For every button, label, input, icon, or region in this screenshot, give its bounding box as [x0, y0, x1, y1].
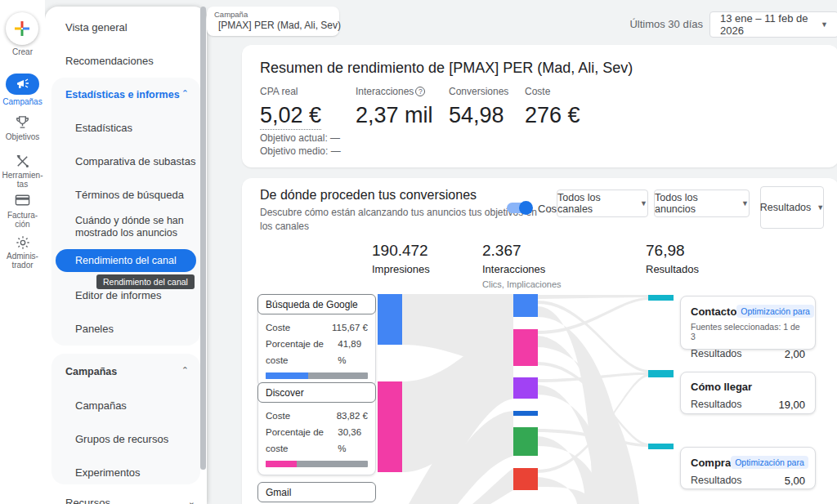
- nav-item-recommendations[interactable]: Recomendaciones: [65, 55, 154, 67]
- rail-label-create: Crear: [0, 47, 45, 56]
- rail-label-billing: Factura- ción: [0, 211, 45, 229]
- rail-item-admin[interactable]: [0, 235, 45, 250]
- nav-group-insights-header[interactable]: Estadísticas e informes: [65, 89, 180, 100]
- metric-cost-value: 276 €: [525, 103, 580, 128]
- cost-share-fill: [266, 461, 297, 467]
- source-card-google-search: Búsqueda de Google Coste115,67 € Porcent…: [257, 294, 376, 387]
- result-value: 5,00: [785, 475, 805, 487]
- source-chip-gmail[interactable]: Gmail: [257, 482, 376, 502]
- metric-cpa: CPA real 5,02 € Objetivo actual: — Objet…: [260, 86, 341, 158]
- performance-summary-card: Resumen de rendimiento de [PMAX] PER (Ma…: [242, 45, 837, 167]
- rail-label-admin: Adminis- trador: [0, 252, 45, 270]
- rail-label-tools: Herramien- tas: [0, 171, 45, 189]
- nav-drawer: Vista general Recomendaciones Estadístic…: [45, 7, 207, 504]
- cost-toggle[interactable]: [507, 203, 531, 213]
- chevron-up-icon[interactable]: ⌃: [181, 365, 189, 376]
- rail-label-goals: Objetivos: [0, 132, 45, 141]
- source-card-discover: Discover Coste83,82 € Porcentaje de cost…: [257, 382, 376, 475]
- dropdown-arrow-icon: ▼: [741, 199, 749, 207]
- result-value: 2,00: [785, 348, 805, 360]
- rail-item-campaigns[interactable]: [6, 74, 39, 95]
- stat-impressions: 190.472 Impresiones: [372, 242, 430, 275]
- nav-item-statistics[interactable]: Estadísticas: [75, 122, 132, 134]
- filter-all-channels[interactable]: Todos los canales▼: [557, 190, 648, 217]
- campaign-selector-chip[interactable]: Campaña [PMAX] PER (Mad, Ali, Sev): [207, 7, 339, 36]
- date-preset-label: Últimos 30 días: [621, 18, 703, 30]
- source-chip-google-search[interactable]: Búsqueda de Google: [257, 294, 376, 314]
- result-value: 19,00: [778, 399, 805, 411]
- channels-title: De dónde proceden tus conversiones: [260, 188, 477, 203]
- sankey-node-discover[interactable]: [378, 381, 402, 472]
- rail-label-campaigns: Campañas: [0, 97, 45, 106]
- metric-interactions: Interacciones ? 2,37 mil: [356, 86, 433, 128]
- app-rail: Crear Campañas Objetivos Herramien- tas: [0, 0, 45, 504]
- nav-item-report-editor[interactable]: Editor de informes: [75, 289, 162, 301]
- sankey-diagram: [376, 290, 680, 504]
- nav-item-auction-insights[interactable]: Comparativa de subastas: [75, 155, 195, 167]
- nav-item-search-terms[interactable]: Términos de búsqueda: [75, 189, 184, 201]
- stat-interactions: 2.367 Interacciones Clics, Implicaciones: [482, 242, 562, 289]
- nav-item-resources[interactable]: Recursos: [65, 497, 110, 504]
- sankey-node-mid-blue[interactable]: [513, 294, 538, 317]
- source-chip-discover[interactable]: Discover: [257, 382, 376, 403]
- nav-group-campaigns-header[interactable]: Campañas: [65, 366, 117, 377]
- trophy-icon: [15, 114, 30, 130]
- metric-interactions-value: 2,37 mil: [356, 103, 433, 128]
- sankey-node-mid-purple[interactable]: [513, 377, 538, 399]
- dropdown-arrow-icon: ▼: [640, 199, 647, 207]
- toggle-knob: [519, 201, 533, 215]
- summary-title: Resumen de rendimiento de [PMAX] PER (Ma…: [260, 60, 633, 77]
- result-card-purchase[interactable]: Compra Optimización para Resultados5,00: [680, 447, 816, 489]
- nav-item-experiments[interactable]: Experimentos: [75, 466, 140, 479]
- optimization-badge: Optimización para: [736, 305, 814, 318]
- metric-cost: Coste 276 €: [525, 86, 580, 128]
- rail-item-goals[interactable]: [0, 114, 45, 130]
- nav-item-campaigns[interactable]: Campañas: [75, 399, 127, 412]
- metric-conversions-value: 54,98: [449, 103, 508, 128]
- cost-share-bar: [266, 372, 368, 379]
- date-range-picker[interactable]: 13 ene – 11 feb de 2026 ▼: [709, 11, 837, 38]
- cost-share-bar: [266, 461, 368, 467]
- sankey-node-mid-darkblue[interactable]: [513, 411, 538, 416]
- nav-group-campaigns: Campañas ⌃ Campañas Grupos de recursos E…: [51, 354, 200, 484]
- cost-share-fill: [266, 372, 308, 379]
- selected-sources-note: Fuentes seleccionadas: 1 de 3: [691, 322, 805, 341]
- nav-item-channel-performance[interactable]: Rendimiento del canal: [56, 249, 196, 272]
- sankey-node-mid-green[interactable]: [513, 427, 538, 456]
- dropdown-arrow-icon: ▼: [821, 20, 828, 29]
- dropdown-arrow-icon: ▼: [817, 203, 824, 212]
- plus-icon: [14, 20, 30, 37]
- filter-results[interactable]: Resultados▼: [760, 186, 824, 229]
- sankey-node-directions[interactable]: [648, 370, 674, 377]
- metric-cpa-target-current: Objetivo actual: —: [260, 132, 341, 145]
- sankey-node-mid-red[interactable]: [513, 468, 538, 490]
- source-pct-value: 41,89 %: [338, 336, 368, 368]
- rail-item-tools[interactable]: [0, 154, 45, 169]
- drawer-scrollbar[interactable]: [200, 7, 206, 470]
- result-card-directions[interactable]: Cómo llegar Resultados19,00: [680, 372, 816, 414]
- campaign-chip-label: Campaña: [214, 10, 332, 19]
- nav-item-dashboards[interactable]: Paneles: [75, 323, 114, 335]
- create-button[interactable]: [6, 12, 38, 45]
- result-card-contact[interactable]: Contacto Optimización para Fuentes selec…: [680, 296, 816, 350]
- filter-all-ads[interactable]: Todos los anuncios▼: [654, 190, 750, 217]
- nav-item-when-where-ads[interactable]: Cuándo y dónde se han mostrado los anunc…: [75, 215, 190, 239]
- stat-results: 76,98 Resultados: [646, 242, 699, 275]
- sankey-node-contact[interactable]: [648, 295, 674, 301]
- megaphone-icon: [16, 78, 29, 90]
- nav-item-overview[interactable]: Vista general: [65, 21, 128, 33]
- sankey-node-google-search[interactable]: [378, 294, 402, 345]
- metric-cpa-value: 5,02 €: [260, 103, 321, 130]
- help-icon[interactable]: ?: [415, 87, 425, 96]
- nav-item-asset-groups[interactable]: Grupos de recursos: [75, 433, 168, 445]
- chevron-down-icon[interactable]: ⌄: [188, 497, 195, 504]
- rail-item-billing[interactable]: [0, 194, 45, 207]
- gear-icon: [16, 235, 30, 250]
- nav-group-insights: Estadísticas e informes ⌃ Estadísticas C…: [51, 78, 200, 346]
- sankey-node-mid-pink[interactable]: [513, 329, 538, 366]
- sankey-node-purchase[interactable]: [648, 444, 674, 449]
- date-range-value: 13 ene – 11 feb de 2026: [720, 12, 809, 37]
- credit-card-icon: [15, 194, 30, 207]
- source-cost-value: 83,82 €: [337, 408, 368, 424]
- chevron-up-icon[interactable]: ⌃: [181, 88, 189, 99]
